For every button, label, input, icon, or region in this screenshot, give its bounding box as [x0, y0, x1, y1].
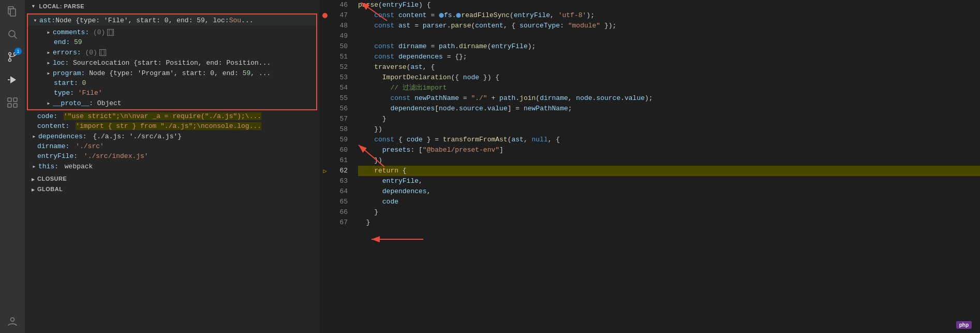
- section-global[interactable]: Global: [25, 184, 319, 194]
- line-num-67: 67: [332, 218, 352, 228]
- line-num-48: 48: [332, 21, 352, 31]
- gutter-47: [320, 10, 330, 21]
- tree-row-comments[interactable]: comments: (0) []: [36, 27, 316, 37]
- start-key: start:: [54, 79, 82, 87]
- program-chevron-icon: [44, 69, 53, 77]
- this-value: webpack: [65, 163, 93, 170]
- tree-row-errors[interactable]: errors: (0) []: [36, 47, 316, 57]
- svg-marker-9: [10, 76, 16, 83]
- code-line-60: presets: ["@babel/preset-env"]: [358, 145, 980, 155]
- code-line-56: dependences[node.source.value] = newPath…: [358, 104, 980, 114]
- line-num-46: 46: [332, 0, 352, 10]
- var-row-dirname[interactable]: dirname: './src': [25, 141, 319, 151]
- program-num: 59: [243, 69, 251, 77]
- activity-extensions-icon[interactable]: [5, 95, 20, 110]
- gutter-49: [320, 31, 330, 41]
- code-content[interactable]: parse(entryFile) { const content = ⬤fs.⬤…: [356, 0, 980, 333]
- code-line-55: const newPathName = "./" + path.join(dir…: [358, 93, 980, 104]
- gutter-58: [320, 124, 330, 135]
- breakpoint-47: [322, 13, 328, 18]
- tree-row-start[interactable]: start: 0: [36, 78, 316, 88]
- code-line-47: const content = ⬤fs.⬤readFileSync(entryF…: [358, 10, 980, 21]
- end-value: 59: [74, 38, 82, 46]
- line-num-60: 60: [332, 145, 352, 155]
- activity-debug-icon[interactable]: [5, 73, 20, 87]
- ast-node-box: ast: Node {type: 'File', start: 0, end: …: [27, 13, 317, 110]
- var-row-this[interactable]: this: webpack: [25, 161, 319, 171]
- gutter-63: [320, 176, 330, 186]
- content-value: 'import { str } from "./a.js";\nconsole.…: [76, 122, 261, 130]
- gutter-56: [320, 104, 330, 114]
- global-chevron-icon: [29, 185, 37, 193]
- closure-chevron-icon: [29, 175, 37, 183]
- gutter-64: [320, 186, 330, 197]
- line-num-63: 63: [332, 176, 352, 186]
- php-badge: php: [956, 321, 972, 329]
- code-line-46: parse(entryFile) {: [358, 0, 980, 10]
- var-row-content[interactable]: content: 'import { str } from "./a.js";\…: [25, 121, 319, 131]
- errors-bracket-icon: []: [99, 49, 106, 56]
- gutter-55: [320, 93, 330, 104]
- activity-search-icon[interactable]: [5, 27, 20, 41]
- type-value: 'File': [78, 89, 102, 97]
- tree-row-proto[interactable]: __proto__: Object: [36, 98, 316, 108]
- global-label: Global: [37, 186, 63, 192]
- gutter-59: [320, 135, 330, 145]
- line-num-62: 62: [332, 166, 352, 176]
- line-num-49: 49: [332, 31, 352, 41]
- gutter-46: [320, 0, 330, 10]
- line-num-64: 64: [332, 186, 352, 197]
- svg-point-6: [14, 53, 17, 55]
- tree-row-type[interactable]: type: 'File': [36, 88, 316, 98]
- activity-git-icon[interactable]: [5, 50, 20, 64]
- svg-point-7: [9, 59, 11, 62]
- line-num-47: 47: [332, 10, 352, 21]
- gutter-54: [320, 83, 330, 93]
- tree-row-program[interactable]: program: Node {type: 'Program', start: 0…: [36, 68, 316, 78]
- program-value: Node {type: 'Program', start: 0, end:: [89, 69, 242, 77]
- var-row-entryfile[interactable]: entryFile: './src/index.js': [25, 151, 319, 161]
- code-line-64: dependences,: [358, 186, 980, 197]
- tree-row-end[interactable]: end: 59: [36, 37, 316, 47]
- gutter-51: [320, 52, 330, 62]
- line-num-54: 54: [332, 83, 352, 93]
- code-container: ▷ 46 47 48 49 50 51 52 53 54 55 56 57 58…: [320, 0, 980, 333]
- ast-node-header[interactable]: ast: Node {type: 'File', start: 0, end: …: [28, 15, 316, 26]
- debug-panel: ▼ Local: parse ast: Node {type: 'File', …: [25, 0, 320, 333]
- activity-files-icon[interactable]: [5, 4, 20, 19]
- panel-title-label: Local: parse: [39, 3, 84, 9]
- var-row-dependences[interactable]: dependences: {./a.js: './src/a.js'}: [25, 131, 319, 141]
- svg-rect-10: [8, 79, 10, 80]
- gutter-48: [320, 21, 330, 31]
- gutter-53: [320, 73, 330, 83]
- code-key: code:: [37, 112, 62, 120]
- svg-rect-13: [8, 104, 11, 107]
- debug-arrow-62: ▷: [323, 167, 326, 175]
- code-line-57: }: [358, 114, 980, 124]
- code-line-52: traverse(ast, {: [358, 62, 980, 73]
- svg-point-5: [9, 53, 11, 55]
- ast-box-body: comments: (0) [] end: 59 errors: (0) []: [28, 26, 316, 109]
- activity-account-icon[interactable]: [5, 314, 20, 329]
- section-closure[interactable]: Closure: [25, 173, 319, 184]
- var-row-code[interactable]: code: '"use strict";\n\nvar _a = require…: [25, 111, 319, 121]
- code-line-51: const dependences = {};: [358, 52, 980, 62]
- dependences-key: dependences:: [38, 133, 91, 140]
- editor-area: ▷ 46 47 48 49 50 51 52 53 54 55 56 57 58…: [320, 0, 980, 333]
- dependences-value: {./a.js: './src/a.js'}: [93, 133, 182, 140]
- comments-key: comments:: [53, 28, 93, 36]
- gutter-61: [320, 155, 330, 166]
- code-line-65: code: [358, 197, 980, 207]
- code-line-54: // 过滤出import: [358, 83, 980, 93]
- line-num-50: 50: [332, 41, 352, 52]
- line-num-57: 57: [332, 114, 352, 124]
- line-num-58: 58: [332, 124, 352, 135]
- end-key: end:: [54, 38, 74, 46]
- ast-value-label: Node {type: 'File', start: 0, end: 59, l…: [55, 17, 229, 24]
- gutter-62: ▷: [320, 166, 330, 176]
- errors-chevron-icon: [44, 48, 53, 56]
- loc-key: loc:: [53, 59, 73, 67]
- code-line-53: ImportDeclaration({ node }) {: [358, 73, 980, 83]
- line-num-53: 53: [332, 73, 352, 83]
- tree-row-loc[interactable]: loc: SourceLocation {start: Position, en…: [36, 57, 316, 68]
